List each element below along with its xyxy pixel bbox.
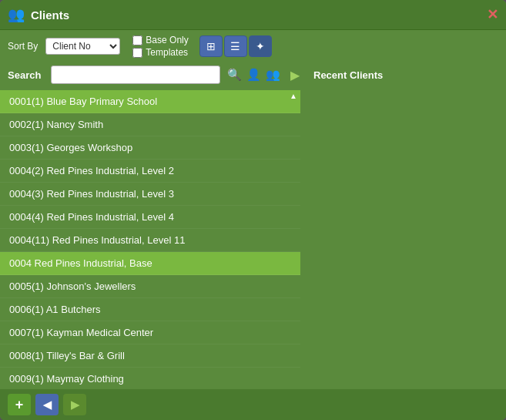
search-icons: 🔍 👤 👥: [226, 67, 281, 82]
search-person2-icon[interactable]: 👤: [246, 67, 262, 82]
bottom-bar: + ◀ ▶: [0, 389, 506, 420]
templates-checkbox[interactable]: [132, 48, 142, 58]
clients-window: 👥 Clients ✕ Sort By Client No Client Nam…: [0, 0, 506, 420]
scroll-up-arrow[interactable]: ▲: [287, 90, 300, 102]
list-item[interactable]: 0009(1) Maymay Clothing: [0, 368, 300, 389]
base-only-label: Base Only: [146, 35, 188, 45]
list-item[interactable]: 0004 Red Pines Industrial, Base: [0, 252, 300, 275]
list-view-button[interactable]: ☰: [224, 35, 247, 57]
search-group-icon[interactable]: 👥: [265, 67, 281, 82]
base-only-row: Base Only: [132, 35, 188, 45]
list-item[interactable]: 0006(1) A1 Butchers: [0, 298, 300, 321]
clients-list: ▲ 0001(1) Blue Bay Primary School0002(1)…: [0, 90, 300, 389]
forward-button[interactable]: ▶: [63, 394, 86, 415]
list-item[interactable]: 0004(4) Red Pines Industrial, Level 4: [0, 206, 300, 229]
list-item[interactable]: 0001(1) Blue Bay Primary School: [0, 90, 300, 113]
view-buttons: ⊞ ☰ ✦: [199, 35, 272, 57]
list-item[interactable]: 0002(1) Nancy Smith: [0, 113, 300, 136]
grid-view-button[interactable]: ⊞: [199, 35, 223, 57]
list-item[interactable]: 0008(1) Tilley's Bar & Grill: [0, 344, 300, 368]
checkboxes: Base Only Templates: [132, 35, 188, 58]
sort-select[interactable]: Client No Client Name Date Added: [45, 38, 120, 55]
list-item[interactable]: 0004(11) Red Pines Industrial, Level 11: [0, 229, 300, 252]
title-bar-left: 👥 Clients: [8, 6, 69, 23]
title-bar: 👥 Clients ✕: [0, 0, 506, 30]
window-title: Clients: [31, 8, 69, 22]
search-bar: Search 🔍 👤 👥 ▶ Recent Clients: [0, 62, 506, 90]
search-input[interactable]: [51, 66, 220, 84]
search-label: Search: [8, 69, 45, 81]
content-area: ▲ 0001(1) Blue Bay Primary School0002(1)…: [0, 90, 506, 389]
list-item[interactable]: 0003(1) Georges Workshop: [0, 136, 300, 160]
clients-icon: 👥: [8, 6, 25, 23]
sort-label: Sort By: [8, 41, 38, 52]
recent-clients-label: Recent Clients: [313, 69, 383, 81]
list-item[interactable]: 0004(3) Red Pines Industrial, Level 3: [0, 183, 300, 206]
base-only-checkbox[interactable]: [132, 35, 142, 45]
list-item[interactable]: 0007(1) Kayman Medical Center: [0, 321, 300, 344]
list-item[interactable]: 0004(2) Red Pines Industrial, Level 2: [0, 160, 300, 183]
search-person-icon[interactable]: 🔍: [226, 67, 243, 82]
close-button[interactable]: ✕: [487, 8, 498, 22]
arrow-right-icon[interactable]: ▶: [290, 68, 300, 82]
add-button[interactable]: +: [8, 394, 31, 415]
list-item[interactable]: 0005(1) Johnson's Jewellers: [0, 275, 300, 298]
toolbar: Sort By Client No Client Name Date Added…: [0, 30, 506, 62]
back-button[interactable]: ◀: [35, 394, 59, 415]
templates-label: Templates: [146, 47, 188, 58]
star-view-button[interactable]: ✦: [249, 35, 272, 57]
templates-row: Templates: [132, 47, 188, 58]
right-panel: [300, 90, 506, 389]
